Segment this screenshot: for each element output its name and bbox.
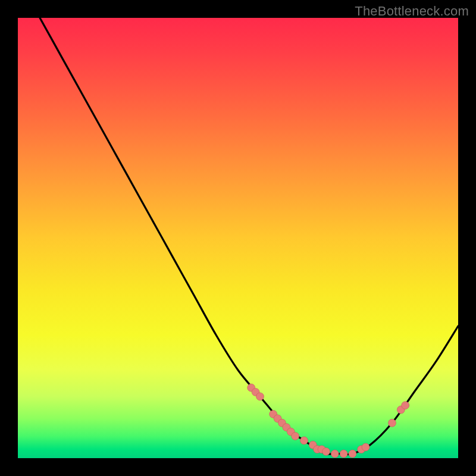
- highlight-dot: [389, 419, 396, 427]
- highlight-dots-group: [248, 384, 409, 458]
- highlight-dot: [300, 437, 308, 444]
- highlight-dot: [292, 433, 299, 440]
- chart-svg: [18, 18, 458, 458]
- highlight-dot: [362, 443, 369, 451]
- watermark-text: TheBottleneck.com: [355, 4, 469, 19]
- highlight-dot: [402, 402, 409, 409]
- highlight-dot: [256, 393, 264, 400]
- highlight-dot: [340, 450, 347, 458]
- chart-frame: [18, 18, 458, 458]
- highlight-dot: [322, 447, 330, 455]
- highlight-dot: [331, 450, 339, 458]
- highlight-dot: [349, 450, 356, 458]
